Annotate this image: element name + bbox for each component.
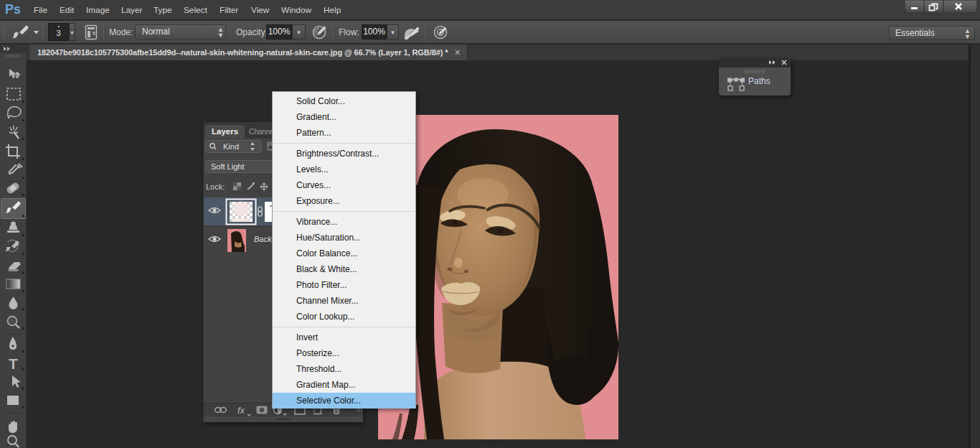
svg-text:Kind: Kind (223, 142, 239, 151)
svg-text:Soft Light: Soft Light (211, 162, 244, 171)
svg-text:T: T (9, 355, 18, 372)
svg-text:fx: fx (237, 405, 245, 416)
svg-text:Lock:: Lock: (206, 182, 225, 191)
